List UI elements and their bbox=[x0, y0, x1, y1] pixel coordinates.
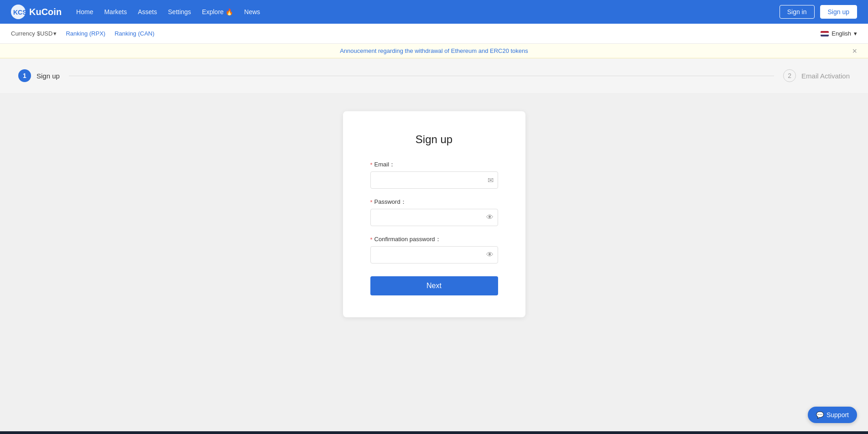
password-input[interactable] bbox=[370, 209, 498, 226]
step-divider bbox=[69, 76, 774, 76]
confirm-password-input[interactable] bbox=[370, 246, 498, 264]
eye-icon[interactable]: 👁 bbox=[486, 213, 494, 222]
nav-markets[interactable]: Markets bbox=[104, 8, 127, 16]
steps-bar: 1 Sign up 2 Email Activation bbox=[0, 58, 868, 93]
ranking-can-link[interactable]: Ranking (CAN) bbox=[114, 30, 154, 37]
main-nav: Home Markets Assets Settings Explore 🔥 N… bbox=[76, 8, 260, 16]
step2-label: Email Activation bbox=[801, 72, 850, 80]
logo-text: KuCoin bbox=[29, 7, 62, 17]
footer: About Us Team White Paper KCS Blockchain… bbox=[0, 431, 868, 434]
form-title: Sign up bbox=[370, 133, 498, 146]
signup-form-card: Sign up * Email： ✉ * Password： 👁 * bbox=[343, 111, 525, 317]
step-1: 1 Sign up bbox=[18, 69, 60, 82]
email-group: * Email： ✉ bbox=[370, 160, 498, 189]
currency-value: $USD bbox=[37, 30, 53, 37]
support-button[interactable]: 💬 Support bbox=[808, 407, 857, 423]
support-chat-icon: 💬 bbox=[816, 411, 824, 418]
ranking-rpx-link[interactable]: Ranking (RPX) bbox=[66, 30, 105, 37]
signin-button[interactable]: Sign in bbox=[780, 5, 815, 19]
nav-settings[interactable]: Settings bbox=[168, 8, 191, 16]
password-label: * Password： bbox=[370, 198, 498, 206]
email-label: * Email： bbox=[370, 160, 498, 169]
email-input[interactable] bbox=[370, 171, 498, 189]
sub-header: Currency $USD ▾ Ranking (RPX) Ranking (C… bbox=[0, 24, 868, 44]
flag-icon bbox=[821, 31, 829, 36]
step1-number: 1 bbox=[18, 69, 31, 82]
confirm-required-marker: * bbox=[370, 236, 373, 243]
chevron-down-icon: ▾ bbox=[854, 30, 857, 37]
nav-explore[interactable]: Explore 🔥 bbox=[202, 8, 233, 16]
language-label: English bbox=[832, 30, 851, 37]
confirm-label: * Confirmation password： bbox=[370, 235, 498, 243]
step2-number: 2 bbox=[783, 69, 796, 82]
close-icon[interactable]: × bbox=[852, 47, 857, 55]
header-left: KCS KuCoin Home Markets Assets Settings … bbox=[11, 5, 260, 19]
main-content: Sign up * Email： ✉ * Password： 👁 * bbox=[0, 93, 868, 431]
password-required-marker: * bbox=[370, 199, 373, 206]
sub-header-left: Currency $USD ▾ Ranking (RPX) Ranking (C… bbox=[11, 30, 155, 37]
ranking-links: Ranking (RPX) Ranking (CAN) bbox=[66, 30, 154, 37]
fire-icon: 🔥 bbox=[225, 8, 233, 16]
announcement-bar: Annoucement regarding the withdrawal of … bbox=[0, 44, 868, 58]
password-input-wrapper: 👁 bbox=[370, 209, 498, 226]
logo[interactable]: KCS KuCoin bbox=[11, 5, 62, 19]
svg-text:KCS: KCS bbox=[13, 9, 26, 16]
nav-news[interactable]: News bbox=[244, 8, 260, 16]
confirm-input-wrapper: 👁 bbox=[370, 246, 498, 264]
chevron-down-icon: ▾ bbox=[53, 30, 57, 37]
email-input-wrapper: ✉ bbox=[370, 171, 498, 189]
email-required-marker: * bbox=[370, 161, 373, 168]
currency-dropdown[interactable]: $USD ▾ bbox=[37, 30, 57, 37]
currency-label: Currency bbox=[11, 30, 35, 37]
email-icon: ✉ bbox=[488, 176, 494, 185]
nav-assets[interactable]: Assets bbox=[138, 8, 157, 16]
language-selector[interactable]: English ▾ bbox=[821, 30, 857, 37]
announcement-link[interactable]: Annoucement regarding the withdrawal of … bbox=[340, 47, 528, 54]
nav-home[interactable]: Home bbox=[76, 8, 93, 16]
next-button[interactable]: Next bbox=[370, 276, 498, 295]
step-2: 2 Email Activation bbox=[783, 69, 850, 82]
signup-button[interactable]: Sign up bbox=[820, 5, 857, 19]
eye-confirm-icon[interactable]: 👁 bbox=[486, 251, 494, 259]
step1-label: Sign up bbox=[36, 72, 60, 80]
password-group: * Password： 👁 bbox=[370, 198, 498, 226]
confirm-password-group: * Confirmation password： 👁 bbox=[370, 235, 498, 264]
main-header: KCS KuCoin Home Markets Assets Settings … bbox=[0, 0, 868, 24]
header-right: Sign in Sign up bbox=[780, 5, 857, 19]
